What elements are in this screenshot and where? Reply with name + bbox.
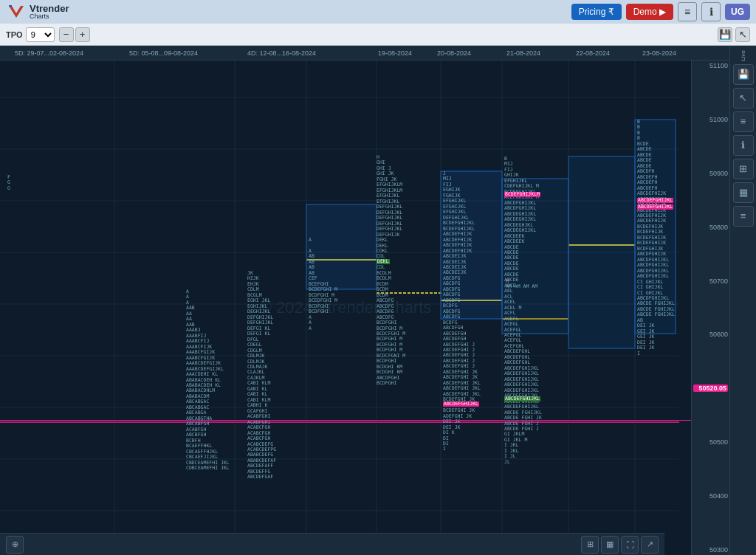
sidebar-grid-button[interactable]: ⊞ [733, 159, 754, 179]
sidebar-menu-button[interactable]: ≡ [733, 111, 754, 132]
price-50800: 50800 [693, 224, 728, 231]
save-toolbar-button[interactable]: 💾 [718, 27, 732, 42]
toolbar: TPO 9 5 13 − + 💾 ↖ [0, 24, 756, 46]
profile-col-5: H GHI GHI J GHI JK FGHI JK EFGHIJKLM EFG… [377, 155, 405, 387]
header-bar: Vtrender Charts Pricing ₹ Demo ▶ ≡ ℹ UG [0, 0, 756, 24]
chart-canvas: © 2024 Vtrender Charts [0, 61, 691, 555]
price-51000: 51000 [693, 116, 728, 123]
sidebar-info-button[interactable]: ℹ [733, 135, 754, 156]
tpo-increase-button[interactable]: + [75, 27, 90, 42]
poc-pink-23b: ABCDEFGHIJKL [637, 204, 673, 210]
bottom-right-buttons: ⊞ ▦ ⛶ ↗ [581, 536, 659, 554]
poc-green-22: ABCDEFGHIJKL [504, 396, 540, 401]
tpo-select[interactable]: 9 5 13 [26, 27, 55, 42]
menu-icon-button[interactable]: ≡ [678, 2, 697, 21]
price-axis: 51100 51000 50900 50800 50700 50600 5052… [691, 61, 729, 555]
bottom-left-buttons: ⊕ [6, 536, 24, 554]
date-label-0: 5D: 29-07...02-08-2024 [15, 49, 83, 57]
logo-icon [6, 1, 27, 22]
bottom-toolbar: ⊕ ⊞ ▦ ⛶ ↗ [0, 533, 664, 555]
demo-button[interactable]: Demo ▶ [626, 4, 673, 20]
profile-col-8: B B B B BCDE ABCDE ABCDE ABCDE ABCDE ABC… [637, 120, 675, 356]
right-sidebar: Live 💾 ↖ ≡ ℹ ⊞ ▦ ≡ [729, 46, 756, 555]
logo-area: Vtrender Charts [6, 1, 69, 22]
profile-col-2: A A A AAB AA AA AAB AAABJ AAABFIJ AAABCF… [186, 289, 230, 471]
poc-pink-22: BCDEFGHIJKLM [504, 192, 540, 197]
date-label-6: 22-08-2024 [576, 49, 610, 57]
date-label-7: 23-08-2024 [642, 49, 676, 57]
logo-text: Vtrender Charts [30, 4, 69, 20]
price-51100: 51100 [693, 62, 728, 69]
poc-highlight-green-20: DEKL [377, 259, 390, 264]
svg-rect-21 [568, 156, 635, 348]
price-50600: 50600 [693, 331, 728, 338]
main-area: 5D: 29-07...02-08-2024 5D: 05-08...09-08… [0, 46, 756, 555]
cursor-toolbar-button[interactable]: ↖ [735, 27, 750, 42]
sidebar-rows-button[interactable]: ≡ [733, 206, 754, 227]
sidebar-layout2-button[interactable]: ▦ [733, 182, 754, 203]
chart-svg [0, 61, 691, 555]
poc-highlight-pink-21: ABCDEFGHIJKL [443, 401, 479, 407]
date-label-5: 21-08-2024 [506, 49, 540, 57]
logo-charts: Charts [30, 13, 69, 20]
expand-button[interactable]: ↗ [641, 536, 659, 554]
price-50400: 50400 [693, 492, 728, 500]
profile-col-3: JK HIJK EHJK CDLM BCGLM EGHI JKL EGHIJKL… [247, 271, 276, 480]
sidebar-save-button[interactable]: 💾 [733, 64, 754, 85]
profile-col-6: J MIJ FIJ EGHIJK FGHIJK EFGHIJKL EFGHIJK… [443, 171, 481, 452]
tpo-decrease-button[interactable]: − [59, 27, 74, 42]
poc-pink-23: ABCDEFGHIJKL [637, 198, 673, 203]
ug-button[interactable]: UG [725, 4, 750, 20]
profile-col-4: A A AB AB AB AB CEF BCEFGHI BCDEFGHI M B… [309, 238, 337, 331]
price-50700: 50700 [693, 278, 728, 285]
chart-container[interactable]: 5D: 29-07...02-08-2024 5D: 05-08...09-08… [0, 46, 729, 555]
date-label-4: 20-08-2024 [437, 49, 471, 57]
live-label: Live [740, 50, 746, 61]
price-50300: 50300 [693, 546, 728, 554]
sidebar-cursor-button[interactable]: ↖ [733, 88, 754, 108]
layout-button[interactable]: ▦ [601, 536, 619, 554]
am-label: AM AM AM AM [506, 283, 537, 289]
date-label-2: 4D: 12-08...16-08-2024 [247, 49, 316, 57]
price-50900: 50900 [693, 170, 728, 177]
pricing-button[interactable]: Pricing ₹ [571, 4, 622, 20]
grid-button[interactable]: ⊞ [581, 536, 599, 554]
current-price-line [0, 420, 691, 421]
fullscreen-button[interactable]: ⛶ [621, 536, 639, 554]
crosshair-button[interactable]: ⊕ [6, 536, 24, 554]
date-label-1: 5D: 05-08...09-08-2024 [129, 49, 198, 57]
date-label-3: 19-08-2024 [378, 49, 412, 57]
price-50500: 50500 [693, 438, 728, 446]
header-right: Pricing ₹ Demo ▶ ≡ ℹ UG [571, 2, 750, 21]
price-current: 50520.05 [693, 385, 728, 392]
profile-col-7: B MIJ FIJ GHIJK EFGHIJKL CDEFGHIJKL M BC… [504, 156, 542, 465]
profile-col-1: F G G [7, 175, 10, 191]
date-bar: 5D: 29-07...02-08-2024 5D: 05-08...09-08… [0, 46, 729, 61]
info-icon-button[interactable]: ℹ [701, 2, 721, 21]
tpo-label: TPO [6, 30, 23, 39]
svg-rect-0 [6, 1, 27, 22]
